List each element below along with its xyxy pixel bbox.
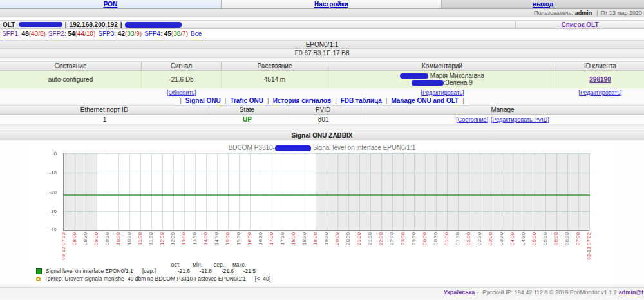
menu-separator: | — [462, 97, 464, 104]
x-tick-label: 01:30 — [455, 232, 460, 245]
footer-info-text: Русский IP: 194.42.112.8 © 2019 PonMonit… — [482, 289, 616, 295]
sfp2-link[interactable]: SFP2 — [48, 30, 64, 37]
menu-trafic-onu[interactable]: Trafic ONU — [230, 97, 263, 104]
client-id-link[interactable]: 298190 — [589, 76, 611, 83]
onu-table-header: Состояние Сигнал Расстояние Комментарий … — [0, 61, 644, 71]
user-label: Пользователь: — [534, 10, 573, 16]
y-tick-minus30: -30 — [33, 209, 57, 214]
edit-comment-link[interactable]: [Редактировать] — [421, 89, 464, 96]
x-tick-label: 15:00 — [225, 232, 231, 245]
sfp4-total: 45 — [164, 30, 171, 37]
tab-pon[interactable]: PON — [0, 0, 222, 8]
tab-settings-link[interactable]: Настройки — [314, 1, 348, 8]
sfp3-online: 33 — [127, 30, 134, 37]
menu-separator: | — [267, 97, 269, 104]
x-tick-label: 00:00 — [422, 232, 428, 245]
x-tick-label: 03:00 — [488, 232, 493, 245]
trigger-label: Тригер: Uroven' signala men'she -40 dbm … — [44, 276, 246, 282]
x-tick-label: 14:00 — [203, 232, 209, 245]
empty-cell — [0, 88, 142, 97]
x-tick-label: 06:00 — [553, 232, 559, 245]
tab-logout-link[interactable]: выход — [533, 1, 553, 8]
chart-title: BDCOM P3310- Signal level on interface E… — [31, 143, 613, 153]
x-tick-label: 19:30 — [323, 232, 329, 245]
empty-cell — [222, 88, 328, 97]
mac-address-label: E0:67:B3:1E:17:B8 — [294, 50, 349, 57]
sfp2-online: 44 — [77, 30, 84, 37]
stat-value-max: -21.5 — [234, 268, 256, 274]
x-tick-label: 02:30 — [477, 232, 482, 245]
user-bar: Пользователь: admin | Пт 13 мар 2020 — [0, 9, 644, 17]
port-id-value: 1 — [0, 115, 209, 124]
x-tick-label: 04:30 — [520, 232, 526, 245]
top-tab-bar: PON Настройки выход — [0, 0, 644, 9]
stat-header-max: макс. — [224, 261, 246, 268]
stat-value-avg: -21.6 — [212, 268, 234, 274]
legend-trigger-row: Тригер: Uroven' signala men'she -40 dbm … — [36, 276, 270, 282]
olt-list-link[interactable]: Список OLT — [561, 21, 598, 28]
port-manage-cell: [Состояние] [Редактировать PVID] — [361, 115, 644, 124]
footer-admin-mail-link[interactable]: admin@f — [619, 289, 643, 295]
y-tick-0: 0 — [33, 151, 57, 156]
x-axis-labels: 03-12 07:2208:0008:3009:0009:3010:0010:3… — [31, 231, 613, 261]
refresh-link[interactable]: [Обновить] — [167, 89, 196, 96]
paren: ) — [44, 30, 46, 37]
x-tick-label: 23:00 — [400, 232, 406, 245]
y-tick-minus10: -10 — [33, 170, 57, 176]
signal-level-line — [64, 194, 590, 196]
trigger-expression: [< -40] — [255, 276, 270, 282]
menu-signal-onu[interactable]: Signal ONU — [185, 97, 221, 104]
x-tick-label: 05:00 — [531, 232, 537, 245]
footer-lang-ukrainian-link[interactable]: Українська — [444, 289, 475, 295]
tab-pon-link[interactable]: PON — [104, 1, 118, 8]
x-tick-label: 18:30 — [301, 232, 307, 245]
x-tick-label: 13:00 — [181, 232, 187, 245]
epon-interface-title: EPON0/1:1 — [0, 40, 644, 49]
x-tick-label: 05:30 — [542, 232, 548, 245]
sfp2-total: 54 — [68, 30, 75, 37]
series-color-swatch — [36, 268, 42, 274]
col-state: Состояние — [0, 61, 142, 71]
zabbix-title-text: Signal ONU ZABBIX — [291, 132, 352, 139]
x-tick-label: 12:30 — [170, 232, 176, 245]
sfp4-counter: SFP4: 45(38/7) — [144, 30, 188, 37]
sfp2-offline: 10 — [86, 30, 93, 37]
sfp1-online: 40 — [31, 30, 38, 37]
x-tick-label: 14:30 — [214, 232, 220, 245]
col-port-state: State — [209, 105, 285, 115]
series-aggregation-tag: [сер.] — [142, 268, 168, 274]
spacer — [0, 125, 644, 131]
edit-id-cell: [Редактировать] — [556, 88, 644, 97]
y-axis-labels: 0 -10 -20 -30 -40 — [31, 153, 61, 231]
olt-separator: | — [65, 21, 67, 28]
sfp3-link[interactable]: SFP3 — [98, 30, 114, 37]
colon: : — [160, 30, 162, 37]
chart-plot-row: 0 -10 -20 -30 -40 — [31, 153, 613, 231]
paren: ) — [93, 30, 95, 37]
port-state-link[interactable]: [Состояние] — [456, 117, 488, 123]
menu-manage-onu-olt[interactable]: Manage ONU and OLT — [391, 97, 459, 104]
legend-stats-header: ост. мін. сер. макс. — [36, 261, 246, 268]
x-tick-label: 01:00 — [444, 232, 450, 245]
port-state-value: UP — [209, 115, 285, 124]
x-tick-label: 13:30 — [192, 232, 198, 245]
menu-signal-history[interactable]: История сигналов — [273, 97, 331, 104]
sfp4-link[interactable]: SFP4 — [144, 30, 160, 37]
sfp1-link[interactable]: SFP1 — [2, 30, 18, 37]
current-date: Пт 13 мар 2020 — [601, 10, 642, 16]
tab-settings[interactable]: Настройки — [222, 0, 442, 8]
port-id-text: 1 — [103, 116, 107, 123]
x-tick-label: 00:30 — [433, 232, 439, 245]
port-table-row: 1 UP 801 [Состояние] [Редактировать PVID… — [0, 115, 644, 125]
port-edit-pvid-link[interactable]: [Редактировать PVID] — [491, 117, 549, 123]
col-distance: Расстояние — [222, 61, 328, 71]
sfp1-counter: SFP1: 48(40/8) — [2, 30, 46, 37]
menu-fdb-table[interactable]: FDB таблица — [341, 97, 382, 104]
x-tick-label: 03:30 — [498, 232, 504, 245]
signal-text: -21,6 Db — [169, 76, 193, 83]
sfp-all-link[interactable]: Все — [191, 30, 202, 37]
tab-logout[interactable]: выход — [442, 0, 644, 8]
x-tick-label: 02:00 — [466, 232, 471, 245]
x-tick-label: 10:00 — [115, 232, 121, 245]
edit-client-id-link[interactable]: [Редактировать] — [578, 89, 621, 96]
